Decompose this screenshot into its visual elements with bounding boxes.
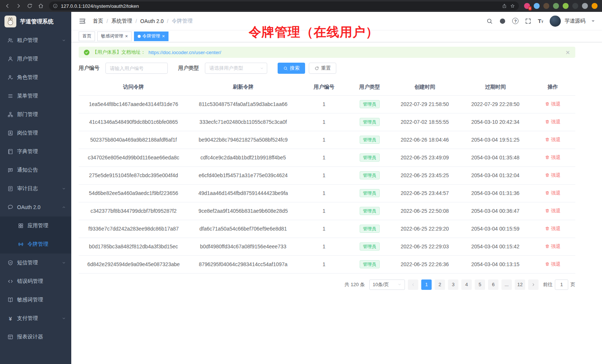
- tab-label: 首页: [82, 33, 91, 39]
- page-button-1[interactable]: 1: [421, 279, 432, 290]
- chevron-down-icon[interactable]: [592, 20, 595, 23]
- force-logout-button[interactable]: 强退: [545, 225, 560, 232]
- next-page-button[interactable]: [528, 279, 539, 290]
- sidebar-item-error-code[interactable]: 错误码管理: [0, 272, 71, 291]
- sidebar-item-audit-log[interactable]: 审计日志: [0, 179, 71, 198]
- url-text[interactable]: 127.0.0.1:1024/system/oauth2/token: [61, 3, 499, 9]
- refresh-token-cell: dfa6c71a50a54c66bef706ef9e6e8d81: [188, 220, 298, 238]
- extension-icon-green[interactable]: [553, 3, 559, 9]
- extension-icon-gray[interactable]: [582, 3, 588, 9]
- sidebar-item-oauth2-app[interactable]: 应用管理: [0, 216, 71, 235]
- search-button[interactable]: 搜索: [278, 63, 305, 74]
- force-logout-button[interactable]: 强退: [545, 208, 560, 214]
- tab-home[interactable]: 首页: [79, 32, 95, 41]
- prev-page-button[interactable]: [408, 279, 418, 290]
- page-button-6[interactable]: 6: [488, 279, 498, 290]
- reset-button[interactable]: 重置: [309, 63, 336, 74]
- user-id-input[interactable]: [105, 63, 168, 74]
- address-bar[interactable]: 127.0.0.1:1024/system/oauth2/token: [49, 1, 519, 10]
- chevron-right-icon: [531, 282, 536, 287]
- share-icon[interactable]: [502, 3, 507, 9]
- breadcrumb-item[interactable]: 首页: [93, 18, 103, 24]
- sidebar-item-notice[interactable]: 通知公告: [0, 161, 71, 179]
- extension-icon-brown[interactable]: [543, 3, 549, 9]
- avatar[interactable]: [550, 16, 561, 27]
- page-button-2[interactable]: 2: [435, 279, 445, 290]
- extension-icon-pink[interactable]: 0: [524, 3, 530, 9]
- font-size-icon[interactable]: TT: [538, 18, 543, 24]
- github-icon[interactable]: [499, 18, 506, 24]
- tab-close-icon[interactable]: ×: [162, 34, 165, 39]
- collapse-sidebar-icon[interactable]: [79, 17, 86, 25]
- breadcrumb-item[interactable]: 系统管理: [111, 18, 132, 24]
- app-logo: [4, 16, 16, 27]
- sidebar-item-user[interactable]: 用户管理: [0, 50, 71, 68]
- audit-log-icon: [7, 186, 13, 192]
- goto-page-input[interactable]: [555, 279, 568, 290]
- page-size-value: 10条/页: [373, 281, 389, 288]
- user-type-label: 用户类型: [178, 65, 199, 72]
- sidebar-item-role[interactable]: 角色管理: [0, 68, 71, 87]
- pagination-ellipsis[interactable]: ...: [501, 279, 512, 290]
- tab-close-icon[interactable]: ×: [125, 34, 128, 39]
- browser-profile-avatar[interactable]: [592, 3, 598, 9]
- page-content: 【用户体系】文档地址： https://doc.iocoder.cn/user-…: [71, 42, 602, 364]
- app-logo-row[interactable]: 芋道管理系统: [0, 12, 71, 31]
- force-logout-button[interactable]: 强退: [545, 154, 560, 161]
- page-button-12[interactable]: 12: [515, 279, 525, 290]
- reload-icon[interactable]: [27, 3, 33, 9]
- dictionary-icon: [7, 149, 13, 155]
- chevron-down-icon: [62, 316, 66, 321]
- force-logout-button[interactable]: 强退: [545, 101, 560, 107]
- sidebar-item-menu[interactable]: 菜单管理: [0, 87, 71, 105]
- roles-icon: [7, 75, 13, 80]
- force-logout-button[interactable]: 强退: [545, 172, 560, 179]
- user-icon: [7, 56, 13, 62]
- extension-icon-dark[interactable]: [572, 3, 578, 9]
- page-button-5[interactable]: 5: [475, 279, 485, 290]
- force-logout-button[interactable]: 强退: [545, 119, 560, 125]
- tab-sensitive-word[interactable]: 敏感词管理×: [97, 32, 132, 41]
- sidebar-item-oauth2[interactable]: OAuth 2.0: [0, 198, 71, 216]
- sidebar-item-report-designer[interactable]: 报表设计器: [0, 328, 71, 346]
- sidebar-item-sensitive-word[interactable]: 敏感词管理: [0, 291, 71, 309]
- bookmark-star-icon[interactable]: [510, 3, 515, 9]
- help-icon[interactable]: ?: [512, 18, 518, 24]
- alert-close-icon[interactable]: ✕: [565, 50, 570, 55]
- doc-link[interactable]: https://doc.iocoder.cn/user-center/: [148, 50, 221, 55]
- extension-icon-lime[interactable]: [563, 3, 569, 9]
- sidebar-item-dept[interactable]: 部门管理: [0, 105, 71, 124]
- site-info-icon[interactable]: [53, 3, 58, 9]
- sidebar-item-sms[interactable]: 短信管理: [0, 254, 71, 272]
- breadcrumb-item[interactable]: OAuth 2.0: [140, 18, 164, 24]
- sidebar-item-pay[interactable]: ¥支付管理: [0, 309, 71, 328]
- tab-token[interactable]: 令牌管理×: [134, 32, 169, 41]
- fullscreen-icon[interactable]: [525, 18, 531, 24]
- sidebar: 芋道管理系统 租户管理用户管理角色管理菜单管理部门管理岗位管理字典管理通知公告审…: [0, 12, 71, 364]
- sidebar-item-tenant[interactable]: 租户管理: [0, 31, 71, 50]
- page-size-select[interactable]: 10条/页: [369, 279, 405, 290]
- back-icon[interactable]: [4, 3, 10, 9]
- user-type-select[interactable]: 请选择用户类型: [205, 63, 267, 74]
- token-table: 访问令牌刷新令牌用户编号用户类型创建时间过期时间操作 1ea5e44f8bc14…: [79, 79, 575, 274]
- force-logout-button[interactable]: 强退: [545, 136, 560, 143]
- username[interactable]: 芋道源码: [565, 18, 585, 24]
- user-type-tag: 管理员: [360, 189, 380, 197]
- sidebar-item-label: OAuth 2.0: [17, 204, 62, 210]
- user-type-tag: 管理员: [360, 100, 380, 108]
- page-button-4[interactable]: 4: [461, 279, 472, 290]
- home-icon[interactable]: [38, 3, 44, 9]
- user-type-tag: 管理员: [360, 242, 380, 251]
- force-logout-button[interactable]: 强退: [545, 261, 560, 268]
- force-logout-button[interactable]: 强退: [545, 243, 560, 250]
- extension-icon-blue[interactable]: [534, 3, 540, 9]
- sidebar-item-post[interactable]: 岗位管理: [0, 124, 71, 142]
- pagination-pages: 123456...12: [421, 279, 525, 290]
- user-id-cell: 1: [298, 149, 350, 166]
- sidebar-item-oauth2-token[interactable]: 令牌管理: [0, 235, 71, 254]
- search-icon[interactable]: [486, 18, 493, 24]
- page-button-3[interactable]: 3: [448, 279, 458, 290]
- force-logout-button[interactable]: 强退: [545, 190, 560, 196]
- forward-icon[interactable]: [16, 3, 22, 9]
- sidebar-item-dict[interactable]: 字典管理: [0, 142, 71, 161]
